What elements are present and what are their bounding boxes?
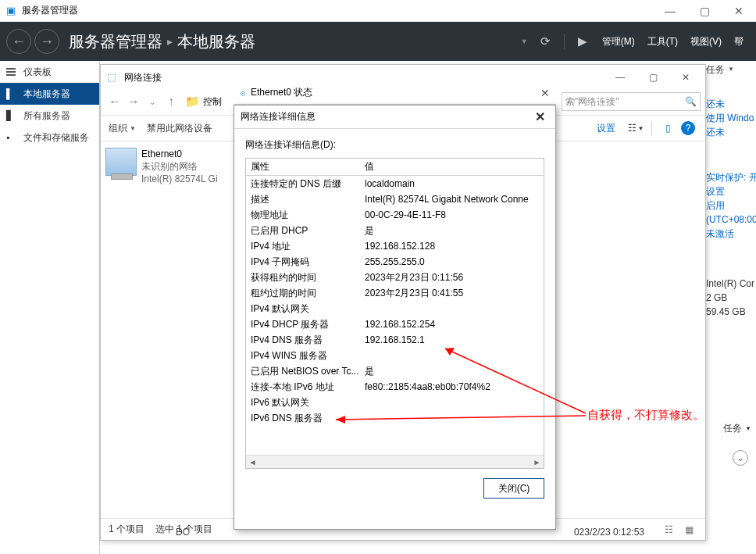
toolbar-disable[interactable]: 禁用此网络设备	[147, 122, 212, 135]
preview-pane-icon[interactable]: ▯	[659, 120, 676, 137]
sidebar-item-label: 所有服务器	[23, 109, 70, 123]
property-row[interactable]: 描述Intel(R) 82574L Gigabit Network Conne	[246, 191, 544, 207]
info-line: 还未	[706, 97, 756, 111]
nav-back-button[interactable]: ←	[105, 92, 124, 111]
sidebar-item-label: 仪表板	[23, 66, 52, 79]
tasks-dropdown-lower[interactable]: 任务▼	[723, 422, 751, 435]
property-grid: 属性 值 连接特定的 DNS 后缀localdomain描述Intel(R) 8…	[245, 158, 544, 469]
sidebar-item-all-servers[interactable]: ▋ 所有服务器	[0, 105, 99, 127]
property-row[interactable]: 租约过期的时间2023年2月23日 0:41:55	[246, 285, 544, 301]
property-name: IPv4 默认网关	[246, 302, 362, 316]
explorer-minimize-button[interactable]: —	[604, 66, 637, 88]
details-label: 网络连接详细信息(D):	[245, 138, 544, 152]
bottom-dc-label: DC	[176, 527, 189, 538]
property-row[interactable]: IPv6 DNS 服务器	[246, 410, 544, 426]
close-dialog-button[interactable]: 关闭(C)	[483, 478, 544, 499]
info-line: 实时保护: 开	[706, 170, 756, 184]
property-name: 已启用 NetBIOS over Tc...	[246, 365, 362, 378]
property-row[interactable]: IPv4 WINS 服务器	[246, 348, 544, 363]
help-icon[interactable]: ?	[681, 121, 695, 135]
view-details-button[interactable]: ☷	[660, 522, 677, 538]
adapter-icon	[105, 148, 137, 176]
nav-forward-button[interactable]: →	[124, 92, 143, 111]
breadcrumb-dropdown[interactable]: ▼	[521, 38, 528, 45]
nav-up-button[interactable]: ↑	[162, 92, 180, 111]
nav-history-button[interactable]: ⌄	[143, 92, 162, 111]
property-row[interactable]: IPv4 地址192.168.152.128	[246, 238, 544, 254]
property-row[interactable]: 连接特定的 DNS 后缀localdomain	[246, 176, 544, 191]
details-close-button[interactable]: ✕	[530, 109, 549, 124]
status-dialog-title: Ethernet0 状态	[251, 86, 312, 99]
info-line: 使用 Windo	[706, 111, 756, 125]
property-row[interactable]: IPv4 子网掩码255.255.255.0	[246, 254, 544, 270]
property-value: 192.168.152.128	[362, 241, 544, 252]
search-box[interactable]: 索"网络连接" 🔍	[562, 92, 701, 111]
property-row[interactable]: 获得租约的时间2023年2月23日 0:11:56	[246, 270, 544, 285]
explorer-title: 网络连接	[124, 71, 162, 84]
scroll-right-button[interactable]: ►	[530, 456, 544, 469]
property-name: 获得租约的时间	[246, 271, 362, 284]
property-name: IPv4 WINS 服务器	[246, 349, 362, 363]
info-disk: 59.45 GB	[706, 305, 756, 319]
network-details-dialog: 网络连接详细信息 ✕ 网络连接详细信息(D): 属性 值 连接特定的 DNS 后…	[234, 105, 556, 530]
explorer-close-button[interactable]: ✕	[669, 66, 702, 88]
search-icon: 🔍	[685, 96, 697, 107]
property-row[interactable]: IPv6 默认网关	[246, 395, 544, 410]
property-row[interactable]: 已启用 NetBIOS over Tc...是	[246, 363, 544, 379]
toolbar-organize[interactable]: 组织▼	[109, 122, 136, 135]
property-name: IPv4 地址	[246, 240, 362, 253]
adapter-name: Ethernet0	[141, 148, 218, 160]
property-row[interactable]: IPv4 默认网关	[246, 301, 544, 316]
property-row[interactable]: 已启用 DHCP是	[246, 223, 544, 238]
menu-manage[interactable]: 管理(M)	[602, 35, 635, 48]
expand-button[interactable]: ⌄	[733, 450, 748, 466]
server-icon: ▌	[6, 89, 19, 98]
refresh-icon[interactable]: ⟳	[535, 30, 557, 52]
property-row[interactable]: IPv4 DHCP 服务器192.168.152.254	[246, 316, 544, 332]
info-line: 还未	[706, 125, 756, 139]
tasks-dropdown[interactable]: 任务▼	[706, 63, 756, 77]
sidebar: 仪表板 ▌ 本地服务器 ▋ 所有服务器 ▪ 文件和存储服务	[0, 61, 100, 554]
view-icons-button[interactable]: ▦	[680, 522, 697, 538]
property-name: IPv4 子网掩码	[246, 256, 362, 269]
sidebar-item-dashboard[interactable]: 仪表板	[0, 61, 99, 83]
explorer-maximize-button[interactable]: ▢	[637, 66, 669, 88]
minimize-button[interactable]: —	[653, 0, 687, 22]
status-close-button[interactable]: ✕	[540, 87, 550, 99]
network-adapter-item[interactable]: Ethernet0 未识别的网络 Intel(R) 82574L Gi	[105, 148, 229, 185]
property-name: IPv4 DNS 服务器	[246, 334, 362, 347]
network-icon: ⬚	[107, 71, 119, 84]
property-row[interactable]: 连接-本地 IPv6 地址fe80::2185:4aa8:eb0b:70f4%2	[246, 379, 544, 395]
property-name: 连接-本地 IPv6 地址	[246, 381, 362, 394]
back-button[interactable]: ←	[6, 29, 31, 54]
property-row[interactable]: IPv4 DNS 服务器192.168.152.1	[246, 332, 544, 348]
horizontal-scrollbar[interactable]: ◄ ►	[246, 455, 544, 468]
menu-tools[interactable]: 工具(T)	[647, 35, 678, 48]
main-window-title: 服务器管理器	[22, 4, 78, 17]
info-line: 启用	[706, 198, 756, 213]
col-value: 值	[362, 160, 544, 173]
property-name: 连接特定的 DNS 后缀	[246, 177, 362, 191]
forward-button[interactable]: →	[34, 29, 59, 54]
notifications-icon[interactable]: ▶	[572, 30, 594, 52]
main-window-titlebar: ▣ 服务器管理器 — ▢ ✕	[0, 0, 756, 22]
server-manager-header: ← → 服务器管理器 ▸ 本地服务器 ▼ ⟳ ▶ 管理(M) 工具(T) 视图(…	[0, 22, 756, 61]
view-options-icon[interactable]: ☷▼	[627, 120, 644, 137]
property-row[interactable]: 物理地址00-0C-29-4E-11-F8	[246, 207, 544, 223]
close-button[interactable]: ✕	[722, 0, 756, 22]
scroll-left-button[interactable]: ◄	[246, 456, 259, 469]
sidebar-item-file-storage[interactable]: ▪ 文件和存储服务	[0, 127, 99, 148]
maximize-button[interactable]: ▢	[687, 0, 722, 22]
sidebar-item-label: 文件和存储服务	[23, 131, 89, 145]
breadcrumb-current[interactable]: 本地服务器	[177, 31, 255, 52]
toolbar-settings[interactable]: 设置	[597, 122, 615, 135]
address-bar[interactable]: 📁 控制	[185, 95, 222, 109]
property-value: 00-0C-29-4E-11-F8	[362, 209, 544, 220]
menu-help[interactable]: 帮	[734, 35, 744, 48]
sidebar-item-local-server[interactable]: ▌ 本地服务器	[0, 83, 99, 105]
property-name: IPv6 DNS 服务器	[246, 412, 362, 425]
adapter-status: 未识别的网络	[141, 160, 218, 173]
breadcrumb-root[interactable]: 服务器管理器	[69, 31, 162, 52]
right-info-panel: 任务▼ 还未 使用 Windo 还未 实时保护: 开 设置 启用 (UTC+08…	[706, 61, 756, 319]
menu-view[interactable]: 视图(V)	[690, 35, 722, 48]
